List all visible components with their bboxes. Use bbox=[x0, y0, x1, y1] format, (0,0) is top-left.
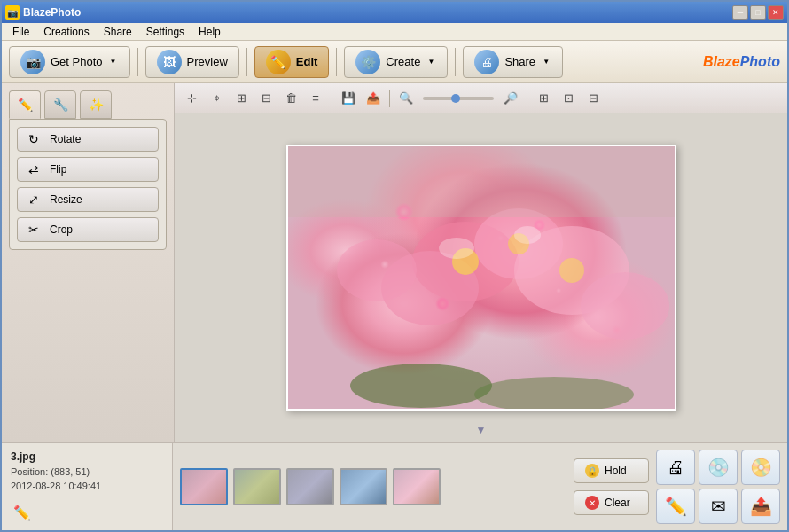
export-btn[interactable]: 📤 bbox=[362, 88, 385, 109]
file-edit-icon[interactable]: ✏️ bbox=[11, 502, 34, 523]
left-panel: ✏️ 🔧 ✨ ↻ Rotate ⇄ Flip ⤢ Resize ✂ bbox=[2, 83, 175, 442]
svg-point-12 bbox=[474, 377, 634, 409]
levels-btn[interactable]: ≡ bbox=[304, 88, 327, 109]
edit-icon: ✏️ bbox=[266, 50, 291, 74]
get-photo-button[interactable]: 📷 Get Photo ▼ bbox=[9, 46, 130, 78]
crop-label: Crop bbox=[50, 223, 73, 236]
split-btn[interactable]: ⊟ bbox=[582, 88, 605, 109]
panel-tab-effects[interactable]: ✨ bbox=[80, 90, 112, 119]
file-info-panel: 3.jpg Position: (883, 51) 2012-08-28 10:… bbox=[2, 443, 173, 530]
get-photo-dropdown-icon[interactable]: ▼ bbox=[108, 57, 119, 67]
menu-creations[interactable]: Creations bbox=[36, 24, 96, 40]
view-btn[interactable]: ⊡ bbox=[557, 88, 580, 109]
panel-tools-content: ↻ Rotate ⇄ Flip ⤢ Resize ✂ Crop bbox=[9, 119, 167, 250]
lasso-btn[interactable]: ⌖ bbox=[205, 88, 228, 109]
menu-share[interactable]: Share bbox=[97, 24, 139, 40]
flip-button[interactable]: ⇄ Flip bbox=[17, 157, 159, 182]
image-area: ▼ bbox=[175, 113, 787, 442]
toolbar-sep-4 bbox=[455, 48, 456, 76]
thumbnail-1[interactable] bbox=[180, 468, 228, 505]
edit2-button[interactable]: ✏️ bbox=[656, 489, 695, 524]
create-dropdown-icon[interactable]: ▼ bbox=[426, 57, 436, 67]
share-button[interactable]: 🖨 Share ▼ bbox=[463, 46, 563, 78]
preview-icon: 🖼 bbox=[157, 50, 182, 74]
zoom-in-btn[interactable]: 🔍 bbox=[394, 88, 418, 109]
flip-icon: ⇄ bbox=[25, 160, 43, 178]
edit-sep-1 bbox=[332, 90, 332, 107]
flower-svg bbox=[288, 146, 675, 409]
menu-settings[interactable]: Settings bbox=[139, 24, 191, 40]
svg-point-8 bbox=[559, 258, 584, 283]
thumb-image-1 bbox=[182, 470, 226, 504]
email-button[interactable]: ✉ bbox=[699, 489, 738, 524]
svg-point-9 bbox=[439, 238, 474, 259]
paste-btn[interactable]: ⊟ bbox=[254, 88, 277, 109]
thumb-image-5 bbox=[394, 470, 439, 504]
thumbnail-4[interactable] bbox=[340, 468, 387, 505]
edit2-icon: ✏️ bbox=[665, 496, 687, 517]
share-dropdown-icon[interactable]: ▼ bbox=[541, 57, 551, 67]
image-container bbox=[286, 145, 676, 411]
zoom-slider[interactable] bbox=[423, 97, 494, 100]
print-button[interactable]: 🖨 bbox=[656, 450, 695, 485]
app-logo: BlazePhoto bbox=[703, 54, 780, 70]
grid-btn[interactable]: ⊞ bbox=[532, 88, 555, 109]
resize-button[interactable]: ⤢ Resize bbox=[17, 187, 159, 212]
crop-button[interactable]: ✂ Crop bbox=[17, 217, 159, 242]
panel-tab-tools[interactable]: 🔧 bbox=[44, 90, 76, 119]
zoom-out-btn[interactable]: 🔎 bbox=[499, 88, 522, 109]
svg-point-10 bbox=[514, 226, 541, 244]
preview-label: Preview bbox=[187, 55, 228, 68]
edit-sep-3 bbox=[527, 90, 527, 107]
thumbnail-2[interactable] bbox=[233, 468, 281, 505]
hold-label: Hold bbox=[605, 465, 627, 477]
dvd-icon: 📀 bbox=[750, 457, 772, 478]
create-button[interactable]: ⚙️ Create ▼ bbox=[344, 46, 448, 78]
edit-button[interactable]: ✏️ Edit bbox=[254, 46, 330, 78]
clear-button[interactable]: ✕ Clear bbox=[574, 490, 649, 515]
thumbnail-5[interactable] bbox=[393, 468, 441, 505]
menu-help[interactable]: Help bbox=[191, 24, 228, 40]
thumbnail-3[interactable] bbox=[286, 468, 334, 505]
close-button[interactable]: ✕ bbox=[768, 5, 784, 20]
rotate-button[interactable]: ↻ Rotate bbox=[17, 127, 159, 152]
hold-clear-buttons: 🔒 Hold ✕ Clear bbox=[574, 450, 649, 523]
zoom-thumb[interactable] bbox=[451, 94, 460, 103]
save-btn[interactable]: 💾 bbox=[337, 88, 360, 109]
menu-file[interactable]: File bbox=[5, 24, 36, 40]
preview-button[interactable]: 🖼 Preview bbox=[145, 46, 239, 78]
resize-icon: ⤢ bbox=[25, 191, 43, 208]
export-icon: 📤 bbox=[750, 496, 772, 517]
scroll-arrow: ▼ bbox=[476, 424, 487, 436]
main-toolbar: 📷 Get Photo ▼ 🖼 Preview ✏️ Edit ⚙️ Creat… bbox=[2, 41, 787, 83]
copy-btn[interactable]: ⊞ bbox=[230, 88, 253, 109]
file-datetime: 2012-08-28 10:49:41 bbox=[11, 481, 163, 491]
dvd-button[interactable]: 📀 bbox=[741, 450, 780, 485]
hold-icon: 🔒 bbox=[585, 464, 599, 478]
hold-button[interactable]: 🔒 Hold bbox=[574, 458, 649, 483]
create-icon: ⚙️ bbox=[355, 50, 380, 74]
right-content: ⊹ ⌖ ⊞ ⊟ 🗑 ≡ 💾 📤 🔍 🔎 ⊞ ⊡ ⊟ bbox=[175, 83, 787, 442]
rotate-label: Rotate bbox=[50, 133, 81, 145]
panel-tab-edit[interactable]: ✏️ bbox=[9, 90, 41, 119]
share-label: Share bbox=[504, 55, 535, 68]
create-label: Create bbox=[386, 55, 420, 68]
cd-button[interactable]: 💿 bbox=[699, 450, 738, 485]
clear-icon: ✕ bbox=[585, 496, 599, 510]
titlebar: 📷 BlazePhoto ─ □ ✕ bbox=[2, 2, 787, 23]
maximize-button[interactable]: □ bbox=[750, 5, 766, 20]
app-icon: 📷 bbox=[5, 5, 20, 20]
svg-point-11 bbox=[350, 364, 492, 408]
panel-tabs: ✏️ 🔧 ✨ bbox=[2, 83, 174, 119]
toolbar-sep-2 bbox=[246, 48, 247, 76]
select-btn[interactable]: ⊹ bbox=[180, 88, 203, 109]
export-button[interactable]: 📤 bbox=[741, 489, 780, 524]
export-icons: 🖨 💿 📀 ✏️ ✉ bbox=[656, 450, 780, 523]
print-icon: 🖨 bbox=[667, 458, 684, 478]
edit-sep-2 bbox=[389, 90, 390, 107]
delete-btn[interactable]: 🗑 bbox=[279, 88, 302, 109]
export-icons-row2: ✏️ ✉ 📤 bbox=[656, 489, 780, 524]
minimize-button[interactable]: ─ bbox=[732, 5, 748, 20]
share-icon: 🖨 bbox=[474, 50, 499, 74]
svg-point-4 bbox=[337, 239, 417, 301]
